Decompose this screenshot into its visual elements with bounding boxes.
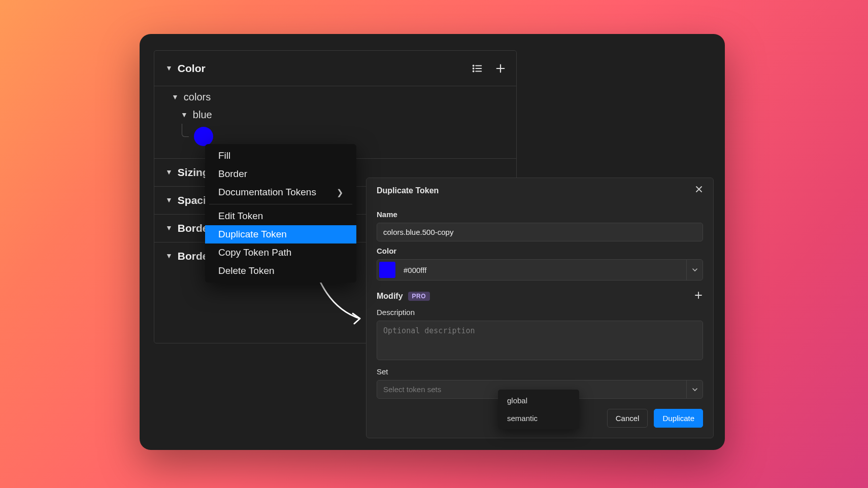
- color-input-row: #000fff: [377, 259, 703, 281]
- list-view-icon[interactable]: [471, 62, 484, 75]
- modal-header: Duplicate Token: [366, 178, 713, 203]
- svg-point-4: [473, 68, 474, 69]
- tree-group-label: colors: [184, 91, 211, 103]
- description-input[interactable]: [377, 321, 703, 360]
- color-label: Color: [377, 247, 703, 255]
- caret-down-icon: ▼: [165, 64, 173, 72]
- ctx-fill[interactable]: Fill: [205, 147, 356, 165]
- chevron-right-icon: ❯: [337, 188, 343, 197]
- modify-row: Modify PRO: [377, 290, 703, 303]
- caret-down-icon: ▼: [165, 168, 173, 176]
- cancel-button[interactable]: Cancel: [607, 409, 648, 428]
- context-menu: Fill Border Documentation Tokens ❯ Edit …: [205, 144, 356, 283]
- ctx-documentation-tokens[interactable]: Documentation Tokens ❯: [205, 183, 356, 201]
- panel-header-label: Color: [178, 62, 206, 75]
- set-options-popover: global semantic: [498, 390, 579, 429]
- add-icon[interactable]: [494, 62, 507, 75]
- close-icon[interactable]: [695, 185, 703, 196]
- stage: ▼ Color ▼ colors ▼ blu: [0, 0, 868, 488]
- caret-down-icon: ▼: [165, 252, 173, 260]
- caret-down-icon: ▼: [172, 93, 179, 101]
- modify-label: Modify: [377, 292, 403, 301]
- set-dropdown-toggle[interactable]: [686, 380, 703, 398]
- separator: [209, 204, 352, 204]
- modal-body: Name Color #000fff Modify PRO Descrip: [366, 203, 713, 409]
- svg-point-3: [473, 65, 474, 66]
- set-label: Set: [377, 367, 703, 376]
- set-option-global[interactable]: global: [498, 392, 579, 409]
- tree-sub-label: blue: [193, 109, 212, 121]
- description-label: Description: [377, 308, 703, 317]
- section-label: Sizing: [178, 166, 209, 179]
- modal-title: Duplicate Token: [377, 186, 439, 195]
- color-dropdown-toggle[interactable]: [686, 260, 703, 280]
- color-swatch[interactable]: [194, 127, 213, 146]
- modify-label-group: Modify PRO: [377, 292, 430, 301]
- caret-down-icon: ▼: [165, 224, 173, 232]
- tree-group-colors[interactable]: ▼ colors: [165, 88, 505, 106]
- name-input[interactable]: [377, 223, 703, 241]
- ctx-duplicate-token[interactable]: Duplicate Token: [205, 225, 356, 243]
- color-chip[interactable]: [379, 262, 395, 278]
- add-modifier-button[interactable]: [694, 290, 703, 303]
- caret-down-icon: ▼: [165, 196, 173, 204]
- tree-group-blue[interactable]: ▼ blue: [165, 106, 505, 124]
- pro-badge: PRO: [408, 292, 430, 301]
- ctx-delete-token[interactable]: Delete Token: [205, 262, 356, 280]
- ctx-border[interactable]: Border: [205, 165, 356, 183]
- tree-branch-line: [182, 124, 189, 137]
- ctx-copy-token-path[interactable]: Copy Token Path: [205, 243, 356, 262]
- caret-down-icon: ▼: [181, 111, 188, 119]
- svg-point-5: [473, 71, 474, 72]
- panel-actions: [471, 62, 507, 75]
- name-label: Name: [377, 210, 703, 219]
- color-value-input[interactable]: #000fff: [397, 260, 686, 280]
- ctx-edit-token[interactable]: Edit Token: [205, 207, 356, 225]
- set-option-semantic[interactable]: semantic: [498, 409, 579, 427]
- panel-header-color[interactable]: ▼ Color: [154, 51, 516, 86]
- duplicate-button[interactable]: Duplicate: [654, 409, 703, 428]
